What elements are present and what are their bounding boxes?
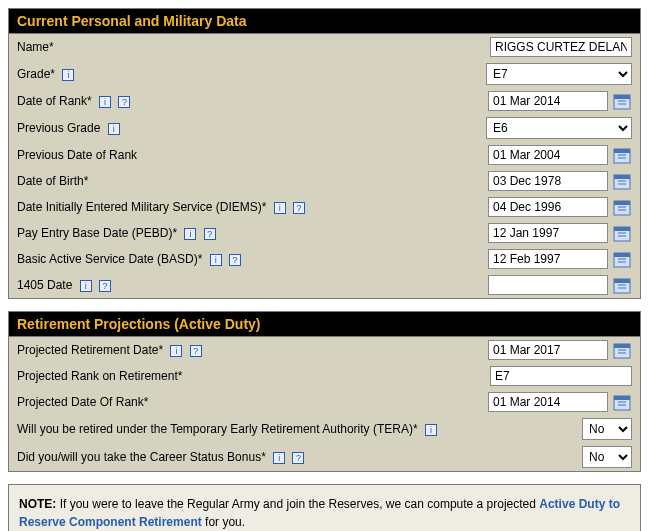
info-icon[interactable]: i [99, 96, 111, 108]
input-basd[interactable] [488, 249, 608, 269]
calendar-icon[interactable] [612, 145, 632, 165]
label-dob: Date of Birth* [17, 174, 88, 188]
input-proj-rank[interactable] [490, 366, 632, 386]
label-diems: Date Initially Entered Military Service … [17, 200, 266, 214]
info-icon[interactable]: i [62, 69, 74, 81]
help-icon[interactable]: ? [229, 254, 241, 266]
row-1405-date: 1405 Date i ? [9, 272, 640, 298]
note-text-pre: If you were to leave the Regular Army an… [60, 497, 540, 511]
input-diems[interactable] [488, 197, 608, 217]
row-name: Name* [9, 34, 640, 60]
row-pebd: Pay Entry Base Date (PEBD)* i ? [9, 220, 640, 246]
row-grade: Grade* i E7 [9, 60, 640, 88]
row-proj-ret-date: Projected Retirement Date* i ? [9, 337, 640, 363]
info-icon[interactable]: i [80, 280, 92, 292]
svg-rect-9 [614, 175, 630, 179]
note-text-post: for you. [202, 515, 245, 529]
input-name[interactable] [490, 37, 632, 57]
help-icon[interactable]: ? [293, 202, 305, 214]
label-1405-date: 1405 Date [17, 278, 72, 292]
label-name: Name* [17, 40, 490, 54]
section-header: Current Personal and Military Data [9, 9, 640, 34]
input-dob[interactable] [488, 171, 608, 191]
svg-rect-1 [614, 95, 630, 99]
svg-rect-5 [614, 149, 630, 153]
label-prev-grade: Previous Grade [17, 121, 100, 135]
help-icon[interactable]: ? [292, 452, 304, 464]
svg-rect-29 [614, 344, 630, 348]
row-csb: Did you/will you take the Career Status … [9, 443, 640, 471]
row-proj-rank: Projected Rank on Retirement* [9, 363, 640, 389]
select-grade[interactable]: E7 [486, 63, 632, 85]
label-proj-date-of-rank: Projected Date Of Rank* [17, 395, 148, 409]
label-grade: Grade* [17, 67, 55, 81]
input-proj-date-of-rank[interactable] [488, 392, 608, 412]
calendar-icon[interactable] [612, 91, 632, 111]
label-prev-date-of-rank: Previous Date of Rank [17, 148, 137, 162]
select-prev-grade[interactable]: E6 [486, 117, 632, 139]
input-pebd[interactable] [488, 223, 608, 243]
personal-military-data-panel: Current Personal and Military Data Name*… [8, 8, 641, 299]
calendar-icon[interactable] [612, 223, 632, 243]
svg-rect-33 [614, 396, 630, 400]
calendar-icon[interactable] [612, 340, 632, 360]
input-date-of-rank[interactable] [488, 91, 608, 111]
label-csb: Did you/will you take the Career Status … [17, 450, 266, 464]
row-basd: Basic Active Service Date (BASD)* i ? [9, 246, 640, 272]
row-dob: Date of Birth* [9, 168, 640, 194]
row-prev-date-of-rank: Previous Date of Rank [9, 142, 640, 168]
info-icon[interactable]: i [425, 424, 437, 436]
section-header: Retirement Projections (Active Duty) [9, 312, 640, 337]
svg-rect-17 [614, 227, 630, 231]
select-tera[interactable]: No [582, 418, 632, 440]
help-icon[interactable]: ? [99, 280, 111, 292]
row-tera: Will you be retired under the Temporary … [9, 415, 640, 443]
row-proj-date-of-rank: Projected Date Of Rank* [9, 389, 640, 415]
svg-rect-21 [614, 253, 630, 257]
input-prev-date-of-rank[interactable] [488, 145, 608, 165]
select-csb[interactable]: No [582, 446, 632, 468]
info-icon[interactable]: i [210, 254, 222, 266]
calendar-icon[interactable] [612, 275, 632, 295]
label-basd: Basic Active Service Date (BASD)* [17, 252, 202, 266]
info-icon[interactable]: i [273, 452, 285, 464]
input-1405-date[interactable] [488, 275, 608, 295]
label-proj-ret-date: Projected Retirement Date* [17, 343, 163, 357]
help-icon[interactable]: ? [190, 345, 202, 357]
info-icon[interactable]: i [170, 345, 182, 357]
note-label: NOTE: [19, 497, 56, 511]
info-icon[interactable]: i [274, 202, 286, 214]
help-icon[interactable]: ? [118, 96, 130, 108]
svg-rect-25 [614, 279, 630, 283]
row-date-of-rank: Date of Rank* i ? [9, 88, 640, 114]
label-proj-rank: Projected Rank on Retirement* [17, 369, 182, 383]
info-icon[interactable]: i [108, 123, 120, 135]
note-box: NOTE: If you were to leave the Regular A… [8, 484, 641, 531]
calendar-icon[interactable] [612, 171, 632, 191]
svg-rect-13 [614, 201, 630, 205]
label-pebd: Pay Entry Base Date (PEBD)* [17, 226, 177, 240]
retirement-projections-panel: Retirement Projections (Active Duty) Pro… [8, 311, 641, 472]
row-prev-grade: Previous Grade i E6 [9, 114, 640, 142]
label-date-of-rank: Date of Rank* [17, 94, 92, 108]
label-tera: Will you be retired under the Temporary … [17, 422, 418, 436]
calendar-icon[interactable] [612, 249, 632, 269]
calendar-icon[interactable] [612, 197, 632, 217]
input-proj-ret-date[interactable] [488, 340, 608, 360]
calendar-icon[interactable] [612, 392, 632, 412]
row-diems: Date Initially Entered Military Service … [9, 194, 640, 220]
help-icon[interactable]: ? [204, 228, 216, 240]
info-icon[interactable]: i [184, 228, 196, 240]
